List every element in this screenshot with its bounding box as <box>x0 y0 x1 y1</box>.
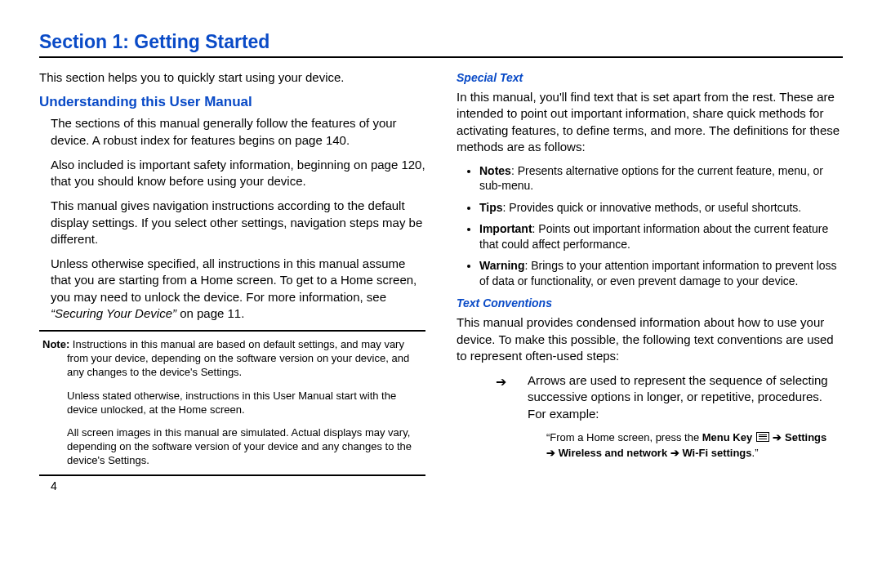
intro-text: This section helps you to quickly start … <box>39 69 425 86</box>
ex-wifi: Wi-Fi settings <box>682 447 751 459</box>
left-body: The sections of this manual generally fo… <box>39 115 425 322</box>
example-sequence: “From a Home screen, press the Menu Key … <box>546 430 843 461</box>
arrow-convention-row: ➔ Arrows are used to represent the seque… <box>496 372 843 422</box>
term-important: Important <box>479 222 532 235</box>
ex-arrow1: ➔ <box>770 431 785 443</box>
left-p4c: on page 11. <box>176 306 244 320</box>
term-tips: Tips <box>479 201 503 214</box>
two-column-layout: This section helps you to quickly start … <box>39 69 843 492</box>
note-1-text: Instructions in this manual are based on… <box>67 338 409 378</box>
ex-wireless: Wireless and network <box>559 447 668 459</box>
note-2: Unless stated otherwise, instructions in… <box>67 390 422 417</box>
right-p2: This manual provides condensed informati… <box>457 314 843 364</box>
left-p4: Unless otherwise specified, all instruct… <box>51 256 425 322</box>
section-title: Section 1: Getting Started <box>39 31 843 53</box>
left-p4a: Unless otherwise specified, all instruct… <box>51 256 416 304</box>
desc-notes: : Presents alternative options for the c… <box>479 164 823 192</box>
arrow-icon: ➔ <box>496 372 506 422</box>
ex-arrow3: ➔ <box>667 447 682 459</box>
term-notes: Notes <box>479 164 511 177</box>
ex-settings: Settings <box>785 431 826 443</box>
title-rule <box>39 56 843 58</box>
heading-understanding: Understanding this User Manual <box>39 94 425 110</box>
securing-device-ref: “Securing Your Device” <box>51 306 176 320</box>
note-1: Note: Instructions in this manual are ba… <box>67 338 422 380</box>
note-label: Note: <box>42 338 69 350</box>
ex-end: .” <box>752 447 759 459</box>
note-3: All screen images in this manual are sim… <box>67 426 422 468</box>
arrow-description: Arrows are used to represent the sequenc… <box>528 372 843 422</box>
left-p1: The sections of this manual generally fo… <box>51 115 425 149</box>
left-p3: This manual gives navigation instruction… <box>51 198 425 247</box>
heading-special-text: Special Text <box>457 71 843 84</box>
heading-text-conventions: Text Conventions <box>457 296 843 310</box>
desc-warning: : Brings to your attention important inf… <box>479 259 837 287</box>
special-text-list: Notes: Presents alternative options for … <box>457 163 843 288</box>
note-block: Note: Instructions in this manual are ba… <box>39 330 425 476</box>
term-warning: Warning <box>479 259 524 272</box>
right-p1: In this manual, you'll find text that is… <box>457 89 843 155</box>
left-p2: Also included is important safety inform… <box>51 157 425 190</box>
ex-menukey-label: Menu Key <box>702 431 752 443</box>
bullet-warning: Warning: Brings to your attention import… <box>479 258 843 288</box>
right-column: Special Text In this manual, you'll find… <box>457 69 843 492</box>
menu-key-icon <box>756 432 769 442</box>
desc-tips: : Provides quick or innovative methods, … <box>503 201 802 214</box>
page-number: 4 <box>51 479 425 492</box>
ex-pre: “From a Home screen, press the <box>546 431 702 443</box>
desc-important: : Points out important information about… <box>479 222 828 250</box>
bullet-important: Important: Points out important informat… <box>479 221 843 252</box>
ex-arrow2: ➔ <box>546 447 559 459</box>
left-column: This section helps you to quickly start … <box>39 69 425 492</box>
bullet-notes: Notes: Presents alternative options for … <box>479 163 843 194</box>
bullet-tips: Tips: Provides quick or innovative metho… <box>479 200 843 215</box>
manual-page: Section 1: Getting Started This section … <box>0 0 882 509</box>
